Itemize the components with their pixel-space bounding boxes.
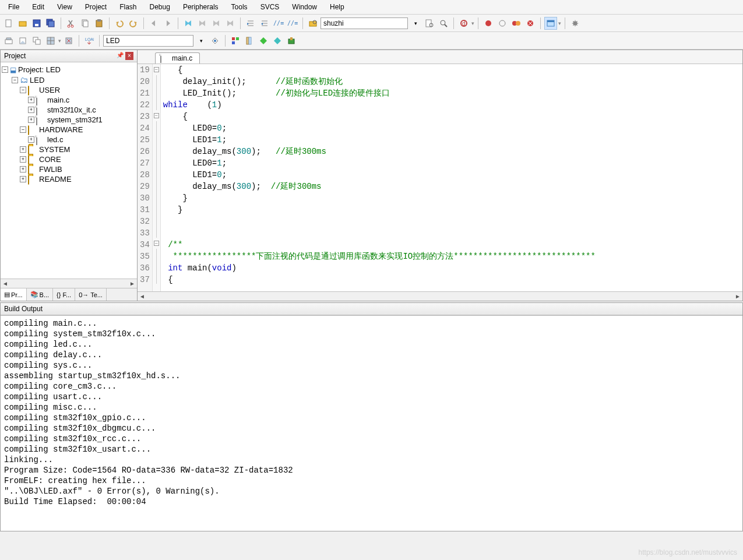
tree-file[interactable]: led.c xyxy=(47,135,63,144)
tree-group-hardware[interactable]: HARDWARE xyxy=(39,125,83,134)
find-button[interactable] xyxy=(307,17,319,30)
save-all-button[interactable] xyxy=(44,17,57,30)
pin-icon[interactable]: 📌 xyxy=(116,52,124,60)
save-button[interactable] xyxy=(30,17,43,30)
tree-project-root[interactable]: Project: LED xyxy=(18,65,61,74)
tree-group-fwlib[interactable]: FWLIB xyxy=(39,165,62,174)
menu-project[interactable]: Project xyxy=(79,1,112,13)
tab-functions[interactable]: {} F... xyxy=(53,288,75,301)
project-tab-icon: ▤ xyxy=(4,291,10,298)
menu-view[interactable]: View xyxy=(51,1,78,13)
batch-build-button[interactable] xyxy=(44,34,57,47)
tree-group-core[interactable]: CORE xyxy=(39,155,61,164)
folder-icon xyxy=(28,175,29,185)
build-output-panel: Build Output compiling main.c... compili… xyxy=(0,302,743,531)
uncomment-button[interactable]: //≡ xyxy=(286,17,299,30)
incremental-find-button[interactable] xyxy=(437,17,450,30)
menu-tools[interactable]: Tools xyxy=(226,1,253,13)
debug-button[interactable]: d xyxy=(457,17,470,30)
editor-tab-main[interactable]: main.c xyxy=(155,52,200,64)
menu-svcs[interactable]: SVCS xyxy=(255,1,286,13)
configure-button[interactable] xyxy=(569,17,582,30)
editor-hscrollbar[interactable]: ◄► xyxy=(138,291,742,301)
tree-toggle[interactable]: − xyxy=(20,126,26,133)
tree-file[interactable]: main.c xyxy=(47,96,69,104)
breakpoint-enable-button[interactable] xyxy=(496,17,509,30)
manage-books-button[interactable] xyxy=(243,34,256,47)
tree-toggle[interactable]: + xyxy=(20,156,26,163)
tree-group-system[interactable]: SYSTEM xyxy=(39,145,70,154)
tree-toggle[interactable]: − xyxy=(12,77,18,83)
nav-forward-button[interactable] xyxy=(161,17,174,30)
tree-toggle[interactable]: + xyxy=(20,166,26,172)
project-tree[interactable]: −⬓Project: LED −🗂LED −USER +main.c +stm3… xyxy=(1,62,137,279)
bookmark-button[interactable] xyxy=(182,17,195,30)
fold-column[interactable]: −−− xyxy=(153,64,161,291)
close-panel-button[interactable]: × xyxy=(125,52,133,60)
build-output-text[interactable]: compiling main.c... compiling system_stm… xyxy=(1,315,742,531)
select-packs-button[interactable] xyxy=(271,34,284,47)
bookmark-clear-button[interactable] xyxy=(224,17,237,30)
menu-peripherals[interactable]: Peripherals xyxy=(177,1,224,13)
outdent-button[interactable] xyxy=(258,17,271,30)
tree-toggle[interactable]: + xyxy=(28,136,34,143)
menu-window[interactable]: Window xyxy=(286,1,323,13)
menu-edit[interactable]: Edit xyxy=(26,1,50,13)
project-hscrollbar[interactable]: ◄► xyxy=(1,279,137,288)
tree-toggle[interactable]: + xyxy=(28,107,34,113)
code-content[interactable]: { delay_init(); //延时函数初始化 LED_Init(); //… xyxy=(161,64,742,291)
tree-target[interactable]: LED xyxy=(30,76,44,84)
tree-file[interactable]: stm32f10x_it.c xyxy=(47,105,96,114)
comment-button[interactable]: //≡ xyxy=(272,17,285,30)
target-select[interactable] xyxy=(103,35,193,47)
tree-group-readme[interactable]: README xyxy=(39,175,72,184)
breakpoint-disable-button[interactable] xyxy=(510,17,523,30)
tab-books[interactable]: 📚B... xyxy=(27,288,54,301)
menu-file[interactable]: File xyxy=(2,1,25,13)
find-input[interactable] xyxy=(321,17,408,29)
file-extensions-button[interactable] xyxy=(229,34,242,47)
find-dropdown-button[interactable]: ▾ xyxy=(409,17,422,30)
tree-group-user[interactable]: USER xyxy=(39,86,60,94)
nav-back-button[interactable] xyxy=(147,17,160,30)
tree-file[interactable]: system_stm32f1 xyxy=(47,115,103,124)
stop-build-button[interactable] xyxy=(62,34,75,47)
window-view-button[interactable] xyxy=(544,17,557,30)
tree-toggle[interactable]: − xyxy=(2,66,8,73)
breakpoint-kill-button[interactable] xyxy=(524,17,537,30)
translate-button[interactable] xyxy=(2,34,15,47)
rebuild-button[interactable] xyxy=(30,34,43,47)
cut-button[interactable] xyxy=(65,17,78,30)
redo-button[interactable] xyxy=(127,17,140,30)
bookmark-prev-button[interactable] xyxy=(196,17,209,30)
indent-button[interactable] xyxy=(244,17,257,30)
paste-button[interactable] xyxy=(93,17,105,30)
tab-templates[interactable]: 0→ Te... xyxy=(75,288,107,301)
pack-installer-button[interactable] xyxy=(285,34,298,47)
open-file-button[interactable] xyxy=(16,17,29,30)
find-in-files-button[interactable] xyxy=(423,17,436,30)
new-file-button[interactable] xyxy=(2,17,15,30)
target-dropdown-button[interactable]: ▾ xyxy=(195,34,207,47)
menu-debug[interactable]: Debug xyxy=(144,1,176,13)
menu-help[interactable]: Help xyxy=(324,1,350,13)
tree-toggle[interactable]: + xyxy=(20,146,26,153)
tree-toggle[interactable]: + xyxy=(28,97,34,103)
undo-button[interactable] xyxy=(113,17,126,30)
tab-project[interactable]: ▤Pr... xyxy=(1,288,27,301)
tree-toggle[interactable]: − xyxy=(20,87,26,93)
build-button[interactable] xyxy=(16,34,29,47)
file-icon xyxy=(36,105,37,115)
menu-bar: File Edit View Project Flash Debug Perip… xyxy=(0,0,743,15)
menu-flash[interactable]: Flash xyxy=(114,1,142,13)
target-icon: 🗂 xyxy=(20,75,28,84)
breakpoint-insert-button[interactable] xyxy=(482,17,495,30)
code-editor[interactable]: 19202122232425262728293031323334353637 −… xyxy=(138,64,742,291)
tree-toggle[interactable]: + xyxy=(20,176,26,182)
tree-toggle[interactable]: + xyxy=(28,117,34,123)
bookmark-next-button[interactable] xyxy=(210,17,223,30)
download-button[interactable]: LOAD xyxy=(83,34,96,47)
target-options-button[interactable] xyxy=(209,34,221,47)
manage-rte-button[interactable] xyxy=(257,34,270,47)
copy-button[interactable] xyxy=(79,17,91,30)
